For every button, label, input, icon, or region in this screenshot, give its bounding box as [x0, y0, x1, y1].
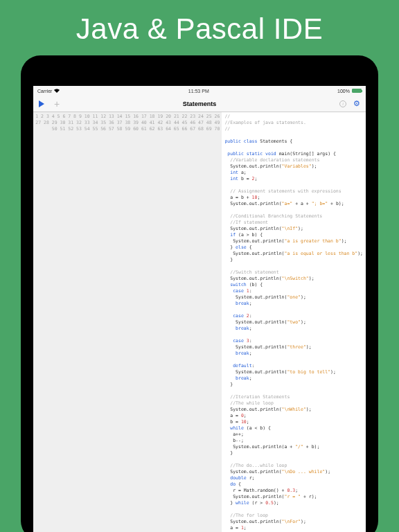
- toolbar: + Statements i ⚙: [33, 96, 366, 112]
- settings-button[interactable]: ⚙: [353, 99, 360, 108]
- run-button[interactable]: [39, 100, 44, 107]
- document-title: Statements: [60, 100, 339, 107]
- add-button[interactable]: +: [54, 98, 60, 109]
- clock: 11:53 PM: [188, 89, 209, 94]
- tablet-frame: Carrier 11:53 PM 100% + Statements i ⚙ 1…: [21, 55, 378, 532]
- banner-title: Java & Pascal IDE: [0, 0, 399, 55]
- carrier-label: Carrier: [37, 89, 52, 94]
- wifi-icon: [54, 89, 60, 93]
- battery-icon: [352, 89, 362, 93]
- code-editor[interactable]: 1 2 3 4 5 6 7 8 9 10 11 12 13 14 15 16 1…: [33, 112, 366, 532]
- screen: Carrier 11:53 PM 100% + Statements i ⚙ 1…: [33, 86, 366, 532]
- battery-pct: 100%: [337, 89, 350, 94]
- status-bar: Carrier 11:53 PM 100%: [33, 86, 366, 96]
- info-button[interactable]: i: [339, 100, 346, 107]
- code-area[interactable]: // //Examples of java statements. // pub…: [222, 112, 366, 532]
- line-gutter: 1 2 3 4 5 6 7 8 9 10 11 12 13 14 15 16 1…: [33, 112, 222, 532]
